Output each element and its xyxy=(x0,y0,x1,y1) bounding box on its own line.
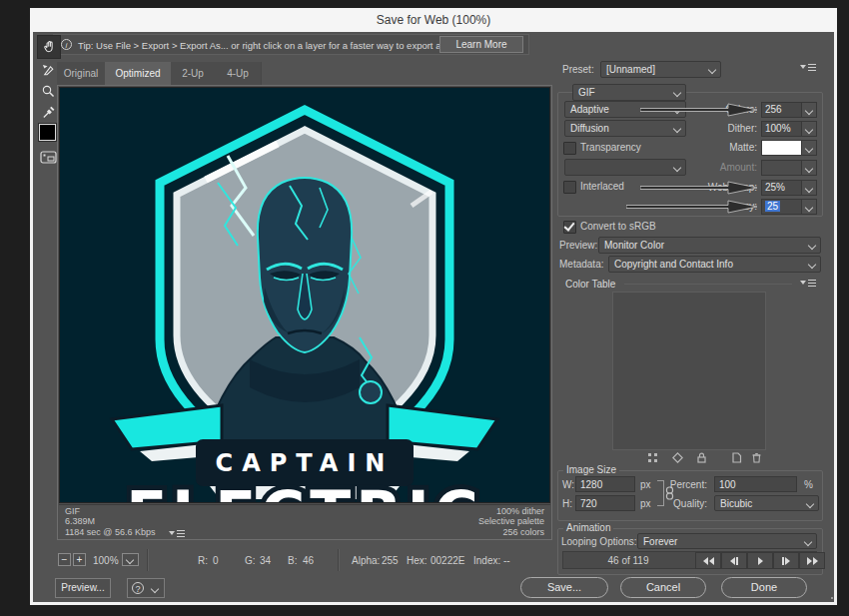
learn-more-button[interactable]: Learn More xyxy=(439,36,523,53)
preset-panel-menu-icon[interactable] xyxy=(800,63,817,72)
next-frame-button[interactable] xyxy=(773,552,799,569)
resize-grip[interactable] xyxy=(829,591,834,599)
metadata-dropdown[interactable]: Copyright and Contact Info xyxy=(608,256,821,273)
preview-mode-label: Preview: xyxy=(559,240,597,251)
preset-dropdown[interactable]: [Unnamed] xyxy=(600,61,721,78)
play-button[interactable] xyxy=(747,552,773,569)
height-input[interactable] xyxy=(575,495,635,511)
previous-frame-button[interactable] xyxy=(721,552,747,569)
preview-in-browser-button[interactable]: Preview... xyxy=(55,578,111,598)
tab-original[interactable]: Original xyxy=(57,62,106,85)
tab-2up-label: 2-Up xyxy=(182,68,204,79)
new-color-icon[interactable] xyxy=(731,452,742,465)
percent-input[interactable] xyxy=(714,476,797,492)
save-button[interactable]: Save... xyxy=(520,577,608,598)
index-value: -- xyxy=(503,555,510,566)
eyedropper-tool-button[interactable] xyxy=(37,102,59,124)
preview-image-area[interactable]: CAPTAIN ELECTRIC xyxy=(59,87,550,503)
matte-color-swatch[interactable] xyxy=(761,140,802,156)
slice-select-icon xyxy=(41,62,56,79)
b-value: 46 xyxy=(303,555,314,566)
palette-value: Adaptive xyxy=(570,104,609,115)
colors-combo[interactable]: 256 xyxy=(761,102,817,118)
snap-to-web-icon[interactable] xyxy=(647,452,658,465)
select-browser-widget[interactable]: ? xyxy=(127,578,165,598)
dither-dropdown-button[interactable] xyxy=(802,121,817,137)
preset-value: [Unnamed] xyxy=(606,64,655,75)
zoom-bar-divider-2 xyxy=(338,549,340,571)
learn-more-label: Learn More xyxy=(455,39,506,50)
tab-optimized[interactable]: Optimized xyxy=(105,62,172,85)
lock-color-icon[interactable] xyxy=(696,452,707,465)
dither-combo[interactable]: 100% xyxy=(761,121,817,137)
convert-srgb-checkbox[interactable] xyxy=(563,221,576,234)
alpha-value: 255 xyxy=(382,555,399,566)
colors-dropdown-button[interactable] xyxy=(802,102,817,118)
delete-color-icon[interactable] xyxy=(751,452,762,465)
amount-label: Amount: xyxy=(672,162,757,173)
slice-select-tool-button[interactable] xyxy=(37,59,59,81)
frame-control-bar: 46 of 119 xyxy=(562,551,817,569)
dither-amount-dropdown xyxy=(564,159,686,176)
screenshot-root: Save for Web (100%) i Tip: Use File > Ex… xyxy=(0,0,849,616)
looping-options-dropdown[interactable]: Forever xyxy=(637,533,817,549)
preview-button-label: Preview... xyxy=(61,582,104,593)
color-table-menu-icon[interactable] xyxy=(800,279,817,288)
matte-combo[interactable] xyxy=(761,140,817,156)
info-icon: i xyxy=(61,39,72,50)
preset-label: Preset: xyxy=(562,64,594,75)
download-speed-menu-icon[interactable] xyxy=(169,529,186,538)
tab-4up[interactable]: 4-Up xyxy=(215,62,262,85)
looping-options-label: Looping Options: xyxy=(561,536,637,547)
shift-web-colors-icon[interactable] xyxy=(672,452,683,465)
alpha-label: Alpha: xyxy=(352,555,380,566)
percent-label: Percent: xyxy=(664,479,707,490)
preview-mode-dropdown[interactable]: Monitor Color xyxy=(598,237,821,254)
done-button[interactable]: Done xyxy=(721,577,807,598)
interlaced-checkbox[interactable] xyxy=(563,181,576,194)
lossy-value-wrap[interactable]: 25 xyxy=(761,199,802,215)
matte-dropdown-button[interactable] xyxy=(802,140,817,156)
format-dropdown[interactable]: GIF xyxy=(572,84,686,101)
zoom-tool-button[interactable] xyxy=(37,81,59,103)
eyedropper-color-swatch[interactable] xyxy=(39,124,56,141)
zoom-in-button[interactable]: + xyxy=(73,553,86,566)
zoom-level-value[interactable]: 100% xyxy=(93,555,119,566)
dither-value[interactable]: 100% xyxy=(761,121,802,137)
magnifier-icon xyxy=(41,84,56,101)
web-snap-dropdown-button[interactable] xyxy=(802,180,817,196)
looping-options-value: Forever xyxy=(643,536,677,547)
color-table-title: Color Table xyxy=(565,279,615,290)
height-label: H: xyxy=(562,498,572,509)
index-label: Index: xyxy=(473,555,500,566)
g-label: G: xyxy=(245,555,256,566)
preview-mode-value: Monitor Color xyxy=(604,240,664,251)
quality-dropdown[interactable]: Bicubic xyxy=(714,495,819,511)
first-frame-button[interactable] xyxy=(695,552,721,569)
width-input[interactable] xyxy=(575,476,635,492)
color-table-swatches-area[interactable] xyxy=(612,292,766,450)
toggle-slices-visibility-button[interactable] xyxy=(37,147,59,169)
zoom-out-button[interactable]: − xyxy=(58,553,71,566)
last-frame-button[interactable] xyxy=(799,552,825,569)
transparency-checkbox[interactable] xyxy=(563,142,576,155)
zoom-level-dropdown-button[interactable] xyxy=(122,553,139,566)
colors-value[interactable]: 256 xyxy=(761,102,802,118)
web-snap-combo[interactable]: 25% xyxy=(761,180,817,196)
metadata-label: Metadata: xyxy=(559,259,603,270)
cancel-button[interactable]: Cancel xyxy=(620,577,706,598)
quality-value: Bicubic xyxy=(720,498,752,509)
b-label: B: xyxy=(288,555,297,566)
convert-srgb-label: Convert to sRGB xyxy=(580,221,656,232)
web-snap-value[interactable]: 25% xyxy=(761,180,802,196)
lossy-combo[interactable]: 25 xyxy=(761,199,817,215)
format-value: GIF xyxy=(578,87,595,98)
hand-tool-button[interactable] xyxy=(37,35,61,59)
status-colors: 256 colors xyxy=(502,527,544,538)
animation-title: Animation xyxy=(563,522,613,533)
lossy-dropdown-button[interactable] xyxy=(802,199,817,215)
tab-2up[interactable]: 2-Up xyxy=(171,62,216,85)
dither-method-dropdown[interactable]: Diffusion xyxy=(564,120,686,137)
lossy-value[interactable]: 25 xyxy=(765,201,780,212)
slices-visibility-icon xyxy=(40,151,57,166)
